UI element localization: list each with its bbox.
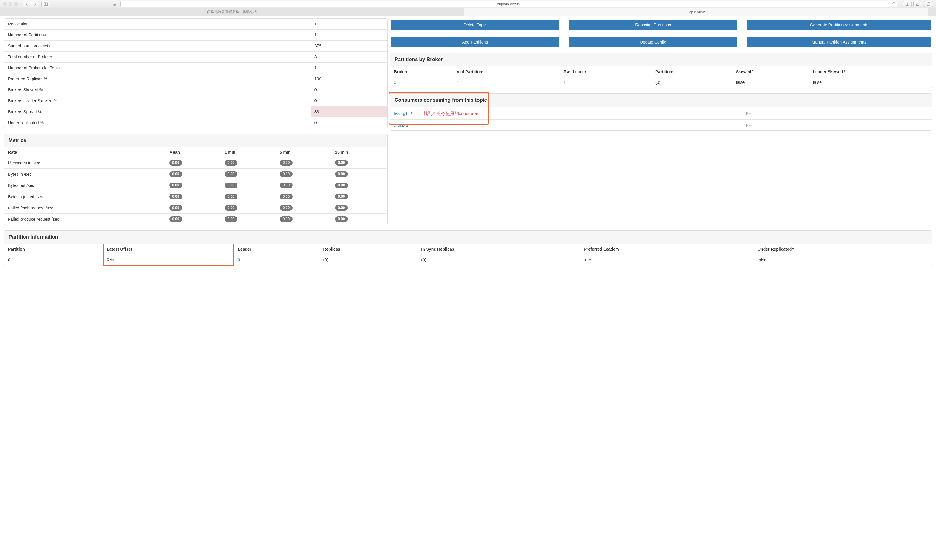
browser-tab-1[interactable]: Topic View	[464, 8, 928, 16]
browser-tab-0[interactable]: 闪送员装备智能质检 - 腾讯文档	[0, 8, 464, 16]
pi-preferred: true	[580, 254, 754, 265]
stats-value: 1	[311, 63, 387, 74]
stats-value: 3	[311, 52, 387, 63]
forward-button[interactable]	[31, 1, 39, 7]
update-config-button[interactable]: Update Config	[569, 37, 737, 48]
zoom-window-dot[interactable]	[14, 2, 18, 6]
consumers-table: test_g1 ⟵ 找到AI服务使用的consumerKFgroup-1KF	[390, 107, 931, 130]
stats-label: Brokers Skewed %	[5, 85, 311, 95]
minimize-window-dot[interactable]	[9, 2, 12, 6]
consumer-row: test_g1 ⟵ 找到AI服务使用的consumerKF	[390, 107, 931, 120]
pi-header-cell: In Sync Replicas	[417, 244, 580, 254]
operations-button-group: Delete Topic Reassign Partitions Generat…	[390, 18, 932, 53]
metrics-value-cell: 0.00	[166, 214, 221, 225]
metrics-value-cell: 0.00	[331, 214, 387, 225]
metric-badge: 0.00	[280, 205, 292, 211]
close-window-dot[interactable]	[3, 2, 6, 6]
stats-row: Brokers Skewed %0	[5, 85, 387, 95]
safari-tab-bar: 闪送员装备智能质检 - 腾讯文档 Topic View +	[0, 8, 936, 16]
partitions-by-broker-table: Broker# of Partitions# as LeaderPartitio…	[390, 66, 931, 88]
metric-badge: 0.00	[169, 205, 182, 211]
stats-label: Number of Brokers for Topic	[5, 63, 311, 74]
new-tab-button[interactable]: +	[928, 8, 936, 16]
metrics-rate-label: Messages in /sec	[5, 157, 166, 169]
metrics-value-cell: 0.00	[331, 180, 387, 191]
pi-row: 03750(0)(0)truefalse	[5, 254, 931, 265]
metrics-rate-label: Bytes in /sec	[5, 169, 166, 180]
metrics-value-cell: 0.00	[276, 157, 331, 169]
stats-row: Brokers Leader Skewed %0	[5, 95, 387, 106]
consumer-row: group-1KF	[390, 120, 931, 131]
metrics-value-cell: 0.00	[221, 191, 276, 202]
show-tabs-button[interactable]	[924, 1, 933, 7]
metric-badge: 0.00	[169, 183, 182, 188]
stats-label: Brokers Spread %	[5, 106, 311, 117]
partition-info-panel: Partition Information PartitionLatest Of…	[4, 230, 932, 266]
reassign-partitions-button[interactable]: Reassign Partitions	[569, 20, 737, 30]
stats-label: Sum of partition offsets	[5, 41, 311, 52]
stats-value: 0	[311, 117, 387, 128]
metric-badge: 0.00	[280, 194, 292, 199]
consumer-type: KF	[742, 120, 931, 131]
pi-header-cell: Preferred Leader?	[580, 244, 754, 254]
stats-row: Number of Partitions1	[5, 30, 387, 41]
stats-value: 100	[311, 74, 387, 85]
stats-value: 0	[311, 85, 387, 95]
share-button[interactable]	[913, 1, 922, 7]
metrics-value-cell: 0.00	[166, 191, 221, 202]
metric-badge: 0.00	[280, 160, 292, 166]
metrics-value-cell: 0.00	[331, 191, 387, 202]
annotation-text: 找到AI服务使用的consumer	[423, 111, 478, 116]
topic-stats-table: Replication1Number of Partitions1Sum of …	[5, 18, 387, 128]
metrics-value-cell: 0.00	[276, 191, 331, 202]
broker-link[interactable]: 0	[394, 80, 396, 85]
metrics-value-cell: 0.00	[221, 214, 276, 225]
pbb-header-cell: # as Leader	[560, 66, 652, 77]
pi-header-cell: Leader	[234, 244, 320, 254]
manual-assignments-button[interactable]: Manual Partition Assignments	[747, 37, 931, 48]
partitions-by-broker-title: Partitions by Broker	[390, 53, 931, 66]
metric-badge: 0.00	[225, 194, 237, 199]
sidebar-toggle[interactable]	[42, 1, 51, 7]
pi-isr: (0)	[417, 254, 580, 265]
metric-badge: 0.00	[225, 171, 237, 177]
metrics-value-cell: 0.00	[166, 180, 221, 191]
downloads-button[interactable]	[903, 1, 912, 7]
metrics-value-cell: 0.00	[276, 202, 331, 214]
reload-icon[interactable]	[891, 2, 896, 6]
metrics-value-cell: 0.00	[166, 169, 221, 180]
stats-value: 1	[311, 18, 387, 30]
metrics-value-cell: 0.00	[276, 180, 331, 191]
stats-label: Under-replicated %	[5, 117, 311, 128]
address-bar[interactable]	[120, 1, 898, 7]
pi-leader[interactable]: 0	[234, 254, 320, 265]
metrics-row: Bytes in /sec0.000.000.000.00	[5, 169, 387, 180]
generate-assignments-button[interactable]: Generate Partition Assignments	[747, 20, 931, 30]
stats-row: Under-replicated %0	[5, 117, 387, 128]
metrics-value-cell: 0.00	[276, 169, 331, 180]
consumer-link[interactable]: group-1	[394, 123, 408, 128]
delete-topic-button[interactable]: Delete Topic	[391, 20, 559, 30]
back-button[interactable]	[23, 1, 31, 7]
metrics-value-cell: 0.00	[276, 214, 331, 225]
metrics-row: Messages in /sec0.000.000.000.00	[5, 157, 387, 169]
consumers-panel: Consumers consuming from this topic test…	[390, 93, 932, 131]
metrics-value-cell: 0.00	[221, 202, 276, 214]
site-bird-icon	[112, 2, 118, 7]
topic-stats-panel: Replication1Number of Partitions1Sum of …	[4, 18, 388, 128]
metric-badge: 0.00	[225, 160, 237, 166]
annotation-arrow-icon: ⟵	[410, 110, 421, 117]
pi-leader-link[interactable]: 0	[238, 257, 240, 262]
pbb-partitions: (0)	[652, 77, 732, 88]
stats-label: Total number of Brokers	[5, 52, 311, 63]
pi-under: false	[754, 254, 931, 265]
metrics-rate-label: Bytes rejected /sec	[5, 191, 166, 202]
metric-badge: 0.00	[280, 183, 292, 188]
add-partitions-button[interactable]: Add Partitions	[391, 37, 559, 48]
consumer-link[interactable]: test_g1	[394, 111, 408, 116]
metrics-value-cell: 0.00	[331, 157, 387, 169]
stats-row: Brokers Spread %33	[5, 106, 387, 117]
metric-badge: 0.00	[335, 216, 348, 222]
metrics-value-cell: 0.00	[166, 157, 221, 169]
metrics-row: Failed produce request /sec0.000.000.000…	[5, 214, 387, 225]
